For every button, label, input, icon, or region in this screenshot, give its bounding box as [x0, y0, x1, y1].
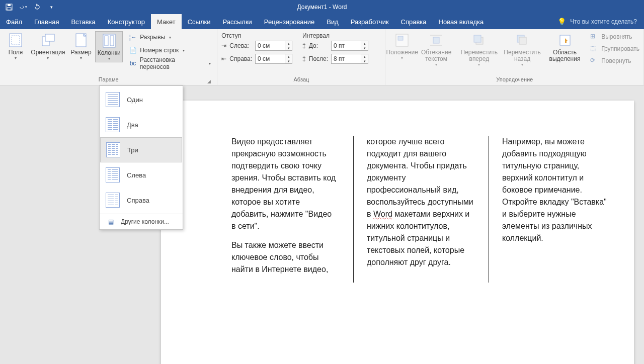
ribbon-tabs: Файл Главная Вставка Конструктор Макет С… [0, 14, 644, 29]
quick-access-toolbar: ▾ ▾ [0, 3, 60, 11]
columns-dropdown: Один Два Три Слева Справа ▤ Другие колон… [99, 85, 183, 230]
dialog-launcher-icon[interactable]: ◢ [206, 78, 212, 84]
save-icon[interactable] [5, 3, 13, 11]
orientation-button[interactable]: Ориентация ▾ [29, 31, 67, 61]
chevron-down-icon: ▾ [80, 56, 82, 60]
svg-rect-1 [8, 4, 11, 6]
hyphenation-button[interactable]: bc Расстановка переносов ▾ [127, 57, 213, 69]
spacing-before-icon: ‡ [302, 42, 306, 49]
selection-pane-button[interactable]: Область выделения [544, 31, 585, 63]
tell-me-placeholder: Что вы хотите сделать? [570, 18, 637, 25]
margins-icon [8, 32, 24, 48]
tab-new[interactable]: Новая вкладка [433, 14, 490, 29]
size-button[interactable]: Размер ▾ [69, 31, 93, 61]
wrap-text-icon [428, 32, 444, 48]
line-numbers-button[interactable]: 📄 Номера строк ▾ [127, 44, 213, 56]
bring-forward-icon [471, 32, 487, 48]
tab-references[interactable]: Ссылки [182, 14, 217, 29]
indent-left-input[interactable]: ▲▼ [255, 41, 292, 51]
title-bar: ▾ ▾ Документ1 - Word [0, 0, 644, 14]
send-backward-button[interactable]: Переместить назад ▾ [502, 31, 542, 68]
columns-one[interactable]: Один [100, 87, 183, 112]
group-label-paragraph: Абзац [221, 76, 381, 85]
tab-developer[interactable]: Разработчик [345, 14, 395, 29]
margins-button[interactable]: Поля ▾ [4, 31, 27, 61]
undo-icon[interactable]: ▾ [19, 3, 27, 11]
qat-customize-icon[interactable]: ▾ [47, 3, 55, 11]
chevron-down-icon: ▾ [209, 61, 211, 66]
columns-two-icon [106, 117, 120, 132]
breaks-icon: ¦← [129, 33, 137, 41]
paragraph[interactable]: Например, вы можете добавить подходящую … [502, 136, 609, 244]
svg-rect-8 [103, 34, 115, 47]
tell-me-search[interactable]: 💡 Что вы хотите сделать? [550, 14, 644, 29]
indent-right-input[interactable]: ▲▼ [255, 54, 292, 64]
columns-three[interactable]: Три [100, 137, 182, 162]
columns-more[interactable]: ▤ Другие колонки... [100, 215, 183, 228]
text-column-2: которое лучше всего подходит для вашего … [353, 136, 473, 283]
chevron-down-icon: ▾ [183, 48, 185, 53]
columns-more-icon: ▤ [106, 218, 116, 225]
ribbon: Поля ▾ Ориентация ▾ Размер ▾ Колонки ▾ ¦… [0, 29, 644, 85]
page[interactable]: Видео предоставляет прекрасную возможнос… [161, 101, 634, 364]
spelling-error[interactable]: Word [373, 210, 392, 218]
align-button[interactable]: ⊞Выровнять [590, 31, 639, 42]
rotate-button[interactable]: ⟳Повернуть [590, 55, 639, 66]
group-arrange: Положение ▾ Обтекание текстом ▾ Перемест… [385, 29, 644, 85]
group-button[interactable]: ⬚Группировать [590, 43, 639, 54]
columns-icon [101, 33, 117, 49]
chevron-down-icon: ▾ [108, 56, 110, 61]
position-icon [394, 32, 410, 48]
lightbulb-icon: 💡 [557, 18, 566, 26]
tab-review[interactable]: Рецензирование [258, 14, 320, 29]
breaks-button[interactable]: ¦← Разрывы ▾ [127, 31, 213, 43]
selection-pane-icon [557, 32, 573, 48]
spacing-before-input[interactable]: ▲▼ [331, 41, 368, 51]
svg-rect-19 [519, 37, 526, 44]
group-paragraph: Отступ ⇥ Слева: ▲▼ ⇤ Справа: ▲▼ Интервал… [217, 29, 385, 85]
redo-icon[interactable] [33, 3, 41, 11]
wrap-text-button[interactable]: Обтекание текстом ▾ [417, 31, 456, 68]
chevron-down-icon: ▾ [521, 62, 523, 67]
columns-left-icon [106, 167, 120, 183]
columns-right[interactable]: Справа [100, 188, 183, 213]
tab-home[interactable]: Главная [28, 14, 65, 29]
svg-rect-17 [474, 35, 481, 42]
chevron-down-icon: ▾ [435, 62, 437, 67]
bring-forward-button[interactable]: Переместить вперед ▾ [458, 31, 500, 68]
paragraph[interactable]: которое лучше всего подходит для вашего … [367, 136, 473, 268]
text-column-1: Видео предоставляет прекрасную возможнос… [231, 136, 338, 283]
tab-view[interactable]: Вид [320, 14, 345, 29]
tab-layout[interactable]: Макет [151, 14, 182, 29]
document-title: Документ1 - Word [297, 4, 347, 11]
columns-button[interactable]: Колонки ▾ [95, 31, 123, 62]
chevron-down-icon: ▾ [15, 56, 17, 60]
columns-one-icon [106, 92, 120, 107]
paragraph[interactable]: Видео предоставляет прекрасную возможнос… [231, 136, 338, 232]
orientation-icon [40, 32, 56, 48]
send-backward-icon [514, 32, 530, 48]
text-column-3: Например, вы можете добавить подходящую … [489, 136, 609, 283]
chevron-down-icon: ▾ [47, 56, 49, 60]
tab-help[interactable]: Справка [395, 14, 433, 29]
tab-mailings[interactable]: Рассылки [216, 14, 258, 29]
columns-three-icon [106, 142, 120, 157]
paragraph[interactable]: Вы также можете ввести ключевое слово, ч… [231, 239, 338, 276]
svg-rect-2 [7, 8, 11, 10]
svg-rect-12 [398, 36, 403, 40]
group-label-page-setup: Параметры страницыПараме ◢ [4, 76, 213, 85]
spacing-after-input[interactable]: ▲▼ [331, 54, 368, 64]
tab-file[interactable]: Файл [0, 14, 28, 29]
rotate-icon: ⟳ [590, 57, 598, 65]
chevron-down-icon: ▾ [478, 62, 480, 67]
spacing-header: Интервал [302, 31, 368, 40]
tab-design[interactable]: Конструктор [102, 14, 151, 29]
columns-right-icon [106, 193, 120, 208]
chevron-down-icon: ▾ [401, 56, 403, 60]
position-button[interactable]: Положение ▾ [389, 31, 414, 61]
tab-insert[interactable]: Вставка [65, 14, 101, 29]
columns-left[interactable]: Слева [100, 162, 183, 188]
columns-two[interactable]: Два [100, 112, 183, 137]
separator [100, 214, 183, 214]
chevron-down-icon: ▾ [169, 35, 171, 40]
